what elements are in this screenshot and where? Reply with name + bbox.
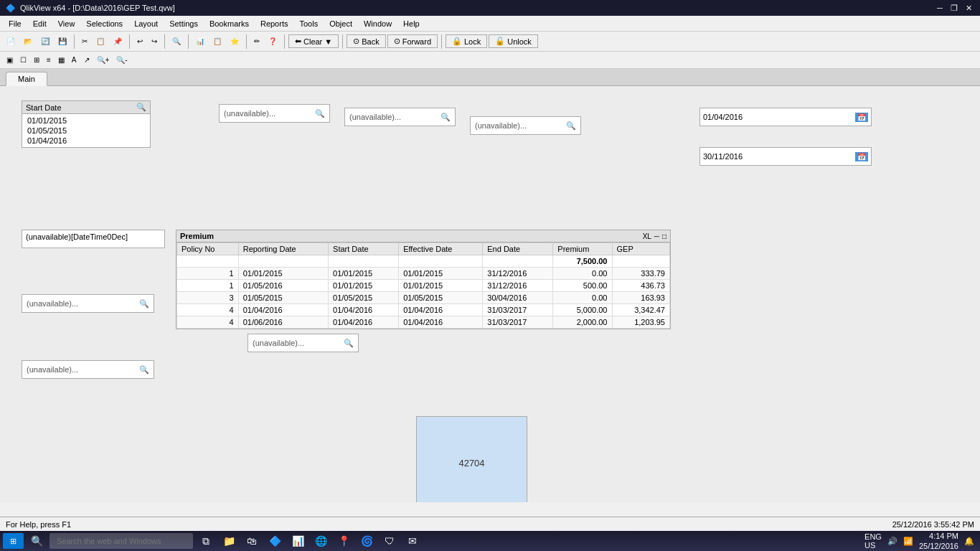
paste-button[interactable]: 📌 — [110, 34, 126, 50]
taskbar-right: ENG US 🔊 📶 4:14 PM 25/12/2016 🔔 — [864, 531, 977, 551]
restore-button[interactable]: ❐ — [948, 2, 960, 14]
start-date-search-btn[interactable]: 🔍 — [136, 103, 146, 112]
zoom-out-btn[interactable]: 🔍- — [113, 52, 131, 68]
premium-table: Premium XL ─ □ Policy No Reporting Date … — [176, 230, 671, 329]
table-row[interactable]: 1 01/01/2015 01/01/2015 01/01/2015 31/12… — [177, 268, 670, 280]
grid-btn[interactable]: ⊞ — [30, 52, 43, 68]
date-item-1[interactable]: 01/01/2015 — [26, 116, 146, 126]
mail-button[interactable]: ✉ — [402, 532, 423, 550]
table-row[interactable]: 3 01/05/2015 01/05/2015 01/05/2015 30/04… — [177, 292, 670, 304]
menu-edit[interactable]: Edit — [27, 18, 52, 29]
taskbar-volume-icon[interactable]: 🔊 — [887, 537, 897, 546]
table-button[interactable]: 📋 — [209, 34, 225, 50]
save-button[interactable]: 💾 — [55, 34, 70, 50]
unavailable3-search-btn[interactable]: 🔍 — [566, 121, 576, 131]
close-button[interactable]: ✕ — [963, 2, 974, 14]
unlock-button[interactable]: 🔓 Unlock — [489, 34, 538, 48]
arrow-btn[interactable]: ↗ — [80, 52, 93, 68]
menu-selections[interactable]: Selections — [80, 18, 128, 29]
clear-button[interactable]: ⬅ Clear ▼ — [288, 34, 339, 48]
title-bar: 🔷 QlikView x64 - [D:\Data\2016\GEP Test.… — [0, 0, 980, 16]
forward-button[interactable]: ⊙ Forward — [387, 34, 438, 48]
qlikview-taskbar-btn[interactable]: 🔷 — [265, 532, 285, 550]
unavailable5-search-btn[interactable]: 🔍 — [344, 339, 354, 348]
table-minimize-btn[interactable]: ─ — [654, 232, 659, 240]
new-button[interactable]: 📄 — [3, 34, 19, 50]
table-view-btn[interactable]: ≡ — [43, 52, 55, 68]
unavailable-datetime-box: (unavailable)[DateTime0Dec] — [22, 230, 165, 248]
calendar-end-btn[interactable]: 📅 — [855, 152, 868, 161]
excel-button[interactable]: 📊 — [288, 532, 308, 550]
file-explorer-button[interactable]: 📁 — [219, 532, 239, 550]
menu-help[interactable]: Help — [397, 18, 425, 29]
menu-file[interactable]: File — [3, 18, 27, 29]
lock-button[interactable]: 🔒 Lock — [446, 34, 487, 48]
main-content: Start Date 🔍 01/01/2015 01/05/2015 01/04… — [0, 86, 980, 502]
menu-settings[interactable]: Settings — [164, 18, 204, 29]
menu-object[interactable]: Object — [324, 18, 358, 29]
table-maximize-btn[interactable]: □ — [662, 232, 666, 240]
table-row[interactable]: 4 01/06/2016 01/04/2016 01/04/2016 31/03… — [177, 316, 670, 329]
back-button[interactable]: ⊙ Back — [347, 34, 385, 48]
menu-tools[interactable]: Tools — [293, 18, 324, 29]
help-icon-button[interactable]: ❓ — [265, 34, 281, 50]
unavailable6-search-btn[interactable]: 🔍 — [139, 365, 149, 375]
start-button[interactable]: ⊞ — [3, 533, 24, 549]
toolbar-main: 📄 📂 🔄 💾 ✂ 📋 📌 ↩ ↪ 🔍 📊 📋 ⭐ ✏ ❓ ⬅ Clear ▼ … — [0, 32, 980, 52]
unavailable-box-6: (unavailable)... 🔍 — [22, 360, 154, 379]
redo-button[interactable]: ↪ — [148, 34, 161, 50]
date-input-end: 30/11/2016 📅 — [699, 147, 872, 166]
table-row[interactable]: 4 01/04/2016 01/04/2016 01/04/2016 31/03… — [177, 304, 670, 316]
text-btn[interactable]: A — [68, 52, 80, 68]
taskbar: ⊞ 🔍 ⧉ 📁 🛍 🔷 📊 🌐 📍 🌀 🛡 ✉ ENG US 🔊 📶 4:14 … — [0, 531, 980, 551]
back-icon: ⊙ — [353, 37, 359, 46]
minimize-button[interactable]: ─ — [934, 2, 946, 14]
chrome-button[interactable]: 🌀 — [357, 532, 377, 550]
calendar-start-btn[interactable]: 📅 — [855, 113, 868, 122]
chart-button[interactable]: 📊 — [192, 34, 208, 50]
taskbar-clock[interactable]: 4:14 PM 25/12/2016 — [919, 531, 958, 551]
unavailable-box-3: (unavailable)... 🔍 — [470, 116, 581, 135]
maps-button[interactable]: 📍 — [334, 532, 354, 550]
tab-main[interactable]: Main — [6, 72, 47, 86]
open-button[interactable]: 📂 — [20, 34, 36, 50]
help-text: For Help, press F1 — [6, 520, 71, 529]
start-date-filter: Start Date 🔍 01/01/2015 01/05/2015 01/04… — [22, 100, 151, 148]
task-search-icon[interactable]: 🔍 — [27, 532, 47, 550]
menu-view[interactable]: View — [52, 18, 81, 29]
date-item-2[interactable]: 01/05/2015 — [26, 126, 146, 136]
table-row[interactable]: 1 01/05/2016 01/01/2015 01/01/2015 31/12… — [177, 280, 670, 292]
date-value-end: 30/11/2016 — [703, 152, 743, 161]
store-button[interactable]: 🛍 — [242, 532, 262, 550]
clear-sel-btn[interactable]: ☐ — [17, 52, 30, 68]
menu-layout[interactable]: Layout — [128, 18, 164, 29]
unavailable-box-5: (unavailable)... 🔍 — [248, 334, 359, 352]
reload-button[interactable]: 🔄 — [37, 34, 53, 50]
cut-button[interactable]: ✂ — [78, 34, 91, 50]
table-export-btn[interactable]: XL — [643, 232, 651, 240]
tab-bar: Main — [0, 69, 980, 86]
taskbar-notification-icon[interactable]: 🔔 — [964, 537, 974, 546]
unavailable1-search-btn[interactable]: 🔍 — [315, 109, 325, 118]
copy-button[interactable]: 📋 — [93, 34, 108, 50]
security-button[interactable]: 🛡 — [380, 532, 400, 550]
chart-view-btn[interactable]: ▦ — [55, 52, 68, 68]
find-button[interactable]: 🔍 — [169, 34, 184, 50]
unavailable4-search-btn[interactable]: 🔍 — [139, 299, 149, 309]
date-item-3[interactable]: 01/04/2016 — [26, 136, 146, 146]
col-premium: Premium — [553, 243, 612, 255]
unavailable2-search-btn[interactable]: 🔍 — [440, 113, 451, 122]
menu-window[interactable]: Window — [358, 18, 397, 29]
edit-mode-button[interactable]: ✏ — [250, 34, 263, 50]
bookmark-button[interactable]: ⭐ — [227, 34, 242, 50]
ie-button[interactable]: 🌐 — [311, 532, 331, 550]
menu-bookmarks[interactable]: Bookmarks — [204, 18, 255, 29]
task-view-button[interactable]: ⧉ — [196, 532, 216, 550]
start-date-label: Start Date — [26, 103, 62, 112]
undo-button[interactable]: ↩ — [133, 34, 146, 50]
menu-reports[interactable]: Reports — [255, 18, 294, 29]
zoom-in-btn[interactable]: 🔍+ — [93, 52, 113, 68]
status-datetime: 25/12/2016 3:55:42 PM — [892, 520, 974, 529]
taskbar-search-input[interactable] — [50, 533, 193, 549]
select-all-btn[interactable]: ▣ — [3, 52, 17, 68]
